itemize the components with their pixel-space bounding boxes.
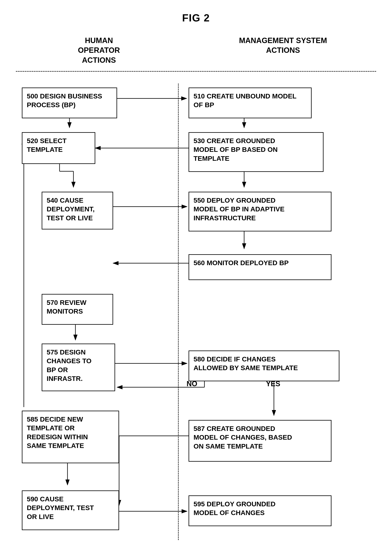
box-540: 540 CAUSEDEPLOYMENT,TEST OR LIVE	[42, 192, 113, 229]
page: FIG 2 HUMANOPERATORACTIONS MANAGEMENT SY…	[0, 0, 392, 547]
box-520: 520 SELECTTEMPLATE	[22, 132, 95, 164]
diagram-container: HUMANOPERATORACTIONS MANAGEMENT SYSTEMAC…	[16, 36, 376, 540]
flow-area: NO YES 500 DESIGN BUSINESSPRO	[16, 83, 376, 540]
fig-title: FIG 2	[16, 12, 376, 24]
box-550: 550 DEPLOY GROUNDEDMODEL OF BP IN ADAPTI…	[189, 192, 331, 232]
horizontal-divider	[16, 71, 376, 72]
box-590: 590 CAUSEDEPLOYMENT, TESTOR LIVE	[22, 490, 119, 530]
box-580: 580 DECIDE IF CHANGESALLOWED BY SAME TEM…	[189, 350, 339, 381]
col-header-right: MANAGEMENT SYSTEMACTIONS	[178, 36, 376, 65]
box-585: 585 DECIDE NEWTEMPLATE ORREDESIGN WITHIN…	[22, 411, 119, 463]
box-587: 587 CREATE GROUNDEDMODEL OF CHANGES, BAS…	[189, 420, 331, 462]
box-510: 510 CREATE UNBOUND MODELOF BP	[189, 88, 312, 118]
vertical-divider	[178, 83, 179, 540]
box-500: 500 DESIGN BUSINESSPROCESS (BP)	[22, 88, 117, 118]
col-headers: HUMANOPERATORACTIONS MANAGEMENT SYSTEMAC…	[16, 36, 376, 65]
box-560: 560 MONITOR DEPLOYED BP	[189, 254, 331, 280]
col-header-left: HUMANOPERATORACTIONS	[16, 36, 178, 65]
box-595: 595 DEPLOY GROUNDEDMODEL OF CHANGES	[189, 495, 331, 526]
box-575: 575 DESIGNCHANGES TOBP ORINFRASTR.	[42, 343, 115, 391]
box-570: 570 REVIEWMONITORS	[42, 294, 113, 325]
box-530: 530 CREATE GROUNDEDMODEL OF BP BASED ONT…	[189, 132, 323, 172]
